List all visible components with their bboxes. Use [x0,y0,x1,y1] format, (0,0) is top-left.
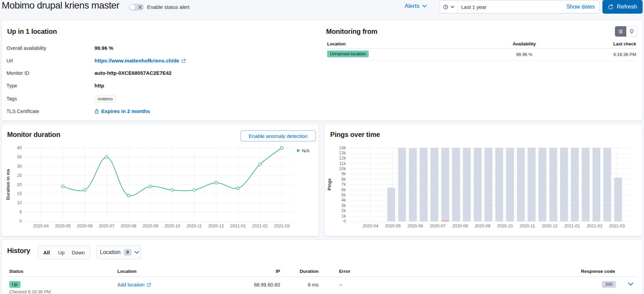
history-filter-all[interactable]: All [38,246,54,259]
history-panel: History AllUpDown Location 0 StatusLocat… [1,239,643,294]
pings-x-tick: 2020-11 [519,224,535,228]
field-value: auto-http-0XCE68057AC2E7E42 [94,69,172,77]
pings-bar-up [506,148,514,222]
pings-bar-up [441,148,449,221]
pings-x-tick: 2020-04 [363,224,378,228]
legend-dot [297,149,299,152]
pings-bar-up [495,148,503,222]
alerts-label: Alerts [405,3,419,10]
status-panel: Up in 1 location Overall availability99.… [1,20,643,121]
history-column-status: Status [9,269,23,274]
add-location-link[interactable]: Add location [117,282,151,288]
location-badge[interactable]: Unnamed-location [327,51,369,57]
location-filter-dropdown[interactable]: Location 0 [97,246,141,259]
field-value: Expires in 2 months [94,108,150,116]
pings-x-tick: 2020-10 [497,224,513,228]
field-label: Type [6,82,17,89]
date-quick-select-button[interactable] [440,1,458,13]
status-panel-title: Up in 1 location [7,27,57,36]
tls-certificate-link[interactable]: Expires in 2 months [101,108,150,115]
duration-x-tick: 2021-03 [274,224,290,228]
duration-y-tick: 0 [19,219,22,224]
status-alert-toggle[interactable] [129,4,144,11]
monitoring-from-title: Monitoring from [326,27,377,36]
pings-bar-up [409,148,417,221]
field-label: TLS Certificate [6,108,39,115]
column-header-availability: Availability [473,41,575,46]
pings-y-tick: 4k [341,198,346,202]
duration-x-tick: 2020-08 [121,224,136,228]
pings-bar-up [463,148,471,222]
pings-bar-up [549,148,557,222]
pings-bar-up [452,148,460,222]
monitoring-table-row: Unnamed-location99.96 %6:18:36 PM [326,48,637,61]
super-date-picker: Last 1 year Show dates [439,0,599,13]
chevron-down-icon [134,251,139,254]
monitor-field-row: Urlhttps://www.mattenhofkriens.ch/de [5,57,319,65]
pings-y-tick: 1k [341,214,346,219]
pings-x-tick: 2020-09 [475,224,491,228]
duration-y-tick: 20 [17,182,22,187]
list-view-button[interactable] [615,26,626,37]
monitor-duration-panel: Monitor duration Enable anomaly detectio… [1,124,319,236]
location-filter-label: Location [100,249,121,255]
pings-y-tick: 7k [341,182,346,187]
duration-legend[interactable]: N/A [297,148,310,153]
duration-y-tick: 35 [17,155,22,159]
history-table-header: StatusLocationIPDurationErrorResponse co… [7,268,638,277]
tag-badge[interactable]: mobimo [94,96,116,102]
field-label: Overall availability [6,44,46,52]
legend-label: N/A [302,148,310,153]
chevron-down-icon [422,5,427,8]
duration-gridlines [25,147,293,222]
map-view-button[interactable] [626,26,638,37]
duration-y-tick: 10 [17,200,22,205]
alerts-dropdown[interactable]: Alerts [405,3,427,10]
history-title: History [7,247,30,255]
chevron-down-icon [451,6,454,8]
pings-y-axis-title: Pings [327,178,332,190]
toggle-knob [129,4,135,10]
pings-bar-up [430,148,438,222]
duration-x-tick: 2021-01 [230,224,246,228]
column-header-last-check: Last check [613,41,636,46]
pings-y-tick: 3k [341,203,346,208]
status-badge: Up [9,281,20,288]
duration-x-tick: 2020-05 [55,224,71,228]
history-filter-up[interactable]: Up [54,246,68,259]
history-column-duration: Duration [267,269,319,274]
map-marker-icon [629,29,634,34]
pings-bar-up [571,148,579,222]
show-dates-button[interactable]: Show dates [566,4,595,10]
refresh-label: Refresh [617,3,637,10]
external-link-icon [147,283,151,287]
refresh-button[interactable]: Refresh [602,0,643,14]
monitor-field-row: Tagsmobimo [5,95,319,102]
duration-y-tick: 30 [17,164,22,169]
field-value: mobimo [94,95,116,102]
availability-value: 99.96 % [473,52,575,57]
monitor-field-row: TLS CertificateExpires in 2 months [5,108,319,115]
monitoring-table-header: LocationAvailabilityLast check [326,39,637,48]
monitor-url-link[interactable]: https://www.mattenhofkriens.ch/de [94,57,186,65]
pings-bar-up [603,148,611,222]
pings-y-tick: 0 [343,219,346,224]
duration-x-tick: 2020-04 [33,224,49,228]
pings-bar-up [420,148,427,221]
pings-bar-up [517,148,525,222]
status-alert-label: Enable status alert [147,4,189,10]
pings-bar-down [441,221,449,221]
pings-x-tick: 2020-07 [430,224,445,228]
pings-bar-up [398,148,406,222]
pings-x-tick: 2020-08 [452,224,468,228]
field-value: 99.96 % [94,44,113,52]
expand-row-chevron[interactable] [628,282,633,286]
duration-value: 8 ms [267,282,319,288]
pings-bar-up [528,148,536,222]
monitor-field-row: Overall availability99.96 % [5,44,319,52]
history-filter-down[interactable]: Down [68,246,89,259]
duration-x-tick: 2021-02 [252,224,268,228]
pings-bar-down [420,221,427,221]
date-range-value[interactable]: Last 1 year [461,4,566,10]
field-value: http [94,82,104,89]
